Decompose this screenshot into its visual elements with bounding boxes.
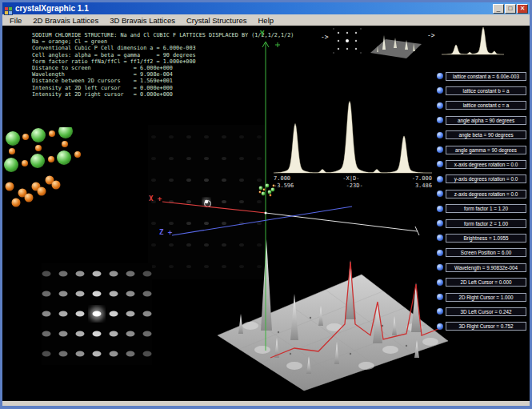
slider-knob[interactable] <box>437 323 443 330</box>
parameter-slider-panel: lattice constant a = 6.00e-003lattice co… <box>437 26 530 401</box>
menu-bar: File2D Bravais Lattices3D Bravais Lattic… <box>2 14 530 26</box>
slider-label: Brightness = 1.0955 <box>446 234 526 243</box>
slider-z-axis-degrees-rotation[interactable]: z-axis degrees rotation = 0.0 <box>437 189 526 198</box>
slider-label: x-axis degrees rotation = 0.0 <box>446 160 526 169</box>
slider-label: angle alpha = 90 degrees <box>446 116 526 125</box>
slider-knob[interactable] <box>437 190 443 197</box>
x-axis-label: X + <box>149 194 162 202</box>
profile-right-value: 3.486 <box>415 182 432 189</box>
slider-label: 2D Left Cursor = 0.000 <box>446 278 526 287</box>
info-line: SODIUM CHLORIDE STRUCTURE: Na and Cl CUB… <box>32 32 294 38</box>
y-axis-label: Y <box>260 30 264 38</box>
slider-lattice-constant-a[interactable]: lattice constant a = 6.00e-003 <box>437 71 526 81</box>
slider-knob[interactable] <box>437 279 443 286</box>
slider-label: form factor 1 = 1.20 <box>446 204 526 213</box>
title-bar[interactable]: crystalXgraphic 1.1 _ □ ✕ <box>2 2 530 14</box>
profile-right-value: -7.000 <box>412 175 432 182</box>
slider-label: Screen Position = 6.00 <box>446 248 526 257</box>
mini-3d-surface-plot <box>370 30 422 59</box>
slider-knob[interactable] <box>437 308 443 315</box>
slider-label: lattice constant a = 6.00e-003 <box>446 72 526 81</box>
info-line: Conventional Cubic P Cell dimension a = … <box>32 45 294 51</box>
menu-item-crystal-structures[interactable]: Crystal Structures <box>181 15 253 26</box>
slider-knob[interactable] <box>437 132 443 138</box>
slider-knob[interactable] <box>437 264 443 271</box>
mini-diffraction-pattern <box>332 27 362 54</box>
slider-knob[interactable] <box>437 250 443 256</box>
info-line: Distance to screen = 6.000e+000 <box>32 65 294 71</box>
slider-label: angle beta = 90 degrees <box>446 130 526 139</box>
slider-knob[interactable] <box>437 117 443 123</box>
menu-item-3d-bravais-lattices[interactable]: 3D Bravais Lattices <box>104 15 181 26</box>
slider-form-factor-2[interactable]: form factor 2 = 1.00 <box>437 219 526 228</box>
slider-lattice-constant-c[interactable]: lattice constant c = a <box>437 101 526 110</box>
profile-left-value: -3.596 <box>274 182 294 189</box>
slider-x-axis-degrees-rotation[interactable]: x-axis degrees rotation = 0.0 <box>437 159 526 169</box>
slider-angle-alpha[interactable]: angle alpha = 90 degrees <box>437 115 526 125</box>
menu-item-2d-bravais-lattices[interactable]: 2D Bravais Lattices <box>27 15 104 26</box>
profile-axis-labels-row2: -3.596 -23D- 3.486 <box>274 182 432 189</box>
structure-info-text: SODIUM CHLORIDE STRUCTURE: Na and Cl CUB… <box>32 32 294 98</box>
slider-label: angle gamma = 90 degrees <box>446 146 526 154</box>
slider-label: lattice constant b = a <box>446 86 526 95</box>
info-line: Cell angles: alpha = beta = gamma = 90 d… <box>32 52 294 58</box>
info-line: form factor ratio ffNa/ffCl = ff1/ff2 = … <box>32 58 294 65</box>
slider-3d-left-cursor[interactable]: 3D Left Cursor = 0.242 <box>437 307 526 316</box>
slider-brightness[interactable]: Brightness = 1.0955 <box>437 233 526 243</box>
slider-form-factor-1[interactable]: form factor 1 = 1.20 <box>437 204 526 214</box>
slider-knob[interactable] <box>437 73 443 79</box>
slider-screen-position[interactable]: Screen Position = 6.00 <box>437 248 526 258</box>
flow-arrow-icon: -> <box>321 34 329 41</box>
info-line: Wavelength = 9.908e-004 <box>32 71 294 78</box>
profile-left-value: 7.000 <box>274 175 290 182</box>
main-intensity-profile <box>274 101 432 174</box>
slider-2d-left-cursor[interactable]: 2D Left Cursor = 0.000 <box>437 278 526 287</box>
window-resize-strip <box>2 401 530 406</box>
slider-knob[interactable] <box>437 161 443 167</box>
info-line: Distance between 2D cursors = 1.569e+001 <box>32 78 294 84</box>
slider-knob[interactable] <box>437 206 443 212</box>
slider-2d-right-cursor[interactable]: 2D Right Cursor = 1.000 <box>437 292 526 302</box>
close-button[interactable]: ✕ <box>517 4 528 14</box>
info-line: Na = orange; Cl = green <box>32 38 294 45</box>
minimize-button[interactable]: _ <box>493 4 504 14</box>
maximize-button[interactable]: □ <box>505 4 516 14</box>
slider-knob[interactable] <box>437 146 443 153</box>
menu-item-help[interactable]: Help <box>253 15 280 26</box>
slider-label: form factor 2 = 1.00 <box>446 219 526 228</box>
slider-knob[interactable] <box>437 87 443 94</box>
diffraction-pattern-panel <box>42 263 152 365</box>
profile-center-label: -X|D- <box>342 175 359 182</box>
menu-item-file[interactable]: File <box>4 15 27 26</box>
info-line: Intensity at 2D left cursor = 0.000e+000 <box>32 85 294 91</box>
slider-knob[interactable] <box>437 235 443 241</box>
cursor-ring-marker[interactable] <box>204 200 211 207</box>
main-canvas[interactable]: SODIUM CHLORIDE STRUCTURE: Na and Cl CUB… <box>2 26 530 401</box>
crystal-structure-model <box>4 127 87 215</box>
slider-angle-gamma[interactable]: angle gamma = 90 degrees <box>437 145 526 154</box>
window-title: crystalXgraphic 1.1 <box>15 4 493 13</box>
slider-label: z-axis degrees rotation = 0.0 <box>446 190 526 198</box>
app-window: crystalXgraphic 1.1 _ □ ✕ File2D Bravais… <box>0 0 532 409</box>
info-line: Intensity at 2D right cursor = 0.000e+00… <box>32 91 294 98</box>
slider-label: 2D Right Cursor = 1.000 <box>446 293 526 302</box>
slider-wavelength[interactable]: Wavelength = 9.90832e-004 <box>437 263 526 272</box>
slider-knob[interactable] <box>437 220 443 227</box>
slider-knob[interactable] <box>437 176 443 182</box>
slider-label: lattice constant c = a <box>446 101 526 110</box>
slider-lattice-constant-b[interactable]: lattice constant b = a <box>437 86 526 95</box>
profile-center-label: -23D- <box>346 182 363 189</box>
slider-label: 3D Right Cursor = 0.752 <box>446 322 526 331</box>
app-icon <box>4 4 13 13</box>
slider-y-axis-degrees-rotation[interactable]: y-axis degrees rotation = 0.0 <box>437 174 526 184</box>
flow-arrow-icon: -> <box>427 32 435 39</box>
slider-label: y-axis degrees rotation = 0.0 <box>446 174 526 183</box>
profile-axis-labels-row1: 7.000 -X|D- -7.000 <box>274 175 432 182</box>
slider-label: Wavelength = 9.90832e-004 <box>446 263 526 272</box>
slider-label: 3D Left Cursor = 0.242 <box>446 307 526 316</box>
slider-knob[interactable] <box>437 102 443 109</box>
slider-knob[interactable] <box>437 294 443 300</box>
slider-angle-beta[interactable]: angle beta = 90 degrees <box>437 130 526 140</box>
3d-intensity-surface <box>214 230 454 394</box>
slider-3d-right-cursor[interactable]: 3D Right Cursor = 0.752 <box>437 322 526 331</box>
